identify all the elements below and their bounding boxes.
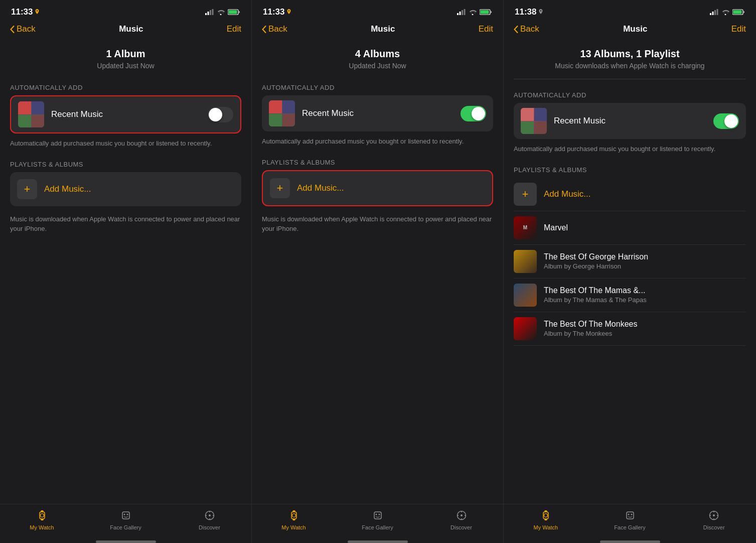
svg-rect-9 <box>41 510 43 512</box>
album-list-item-mamas[interactable]: The Best Of The Mamas &... Album by The … <box>514 279 746 312</box>
recent-music-toggle-3[interactable] <box>713 113 739 129</box>
page-title-1: Music <box>119 24 143 34</box>
recent-music-toggle-1[interactable] <box>208 107 233 122</box>
playlists-label-1: PLAYLISTS & ALBUMS <box>10 161 241 168</box>
svg-rect-10 <box>41 519 43 520</box>
svg-point-53 <box>631 514 632 515</box>
wifi-icon-1 <box>217 9 225 15</box>
tab-face-gallery-1[interactable]: Face Gallery <box>84 508 168 530</box>
tab-face-gallery-label-1: Face Gallery <box>110 524 141 530</box>
location-icon-3 <box>538 9 543 15</box>
tab-discover-2[interactable]: Discover <box>419 508 503 530</box>
recent-music-row-2[interactable]: Recent Music <box>262 95 493 131</box>
album-list-item-marvel[interactable]: M Marvel <box>514 211 746 245</box>
svg-rect-3 <box>212 9 214 15</box>
album-list-item-george[interactable]: The Best Of George Harrison Album by Geo… <box>514 245 746 279</box>
discover-icon-2 <box>455 508 469 522</box>
status-bar-3: 11:38 <box>504 0 756 20</box>
album-count-1: 1 Album Updated Just Now <box>10 40 241 72</box>
discover-svg-2 <box>456 509 468 521</box>
status-time-1: 11:33 <box>11 7 40 17</box>
auto-add-desc-2: Automatically add purchased music you bo… <box>262 137 493 147</box>
tab-face-gallery-label-3: Face Gallery <box>614 524 645 530</box>
george-album-subtitle: Album by George Harrison <box>544 262 648 270</box>
svg-rect-5 <box>239 11 240 13</box>
tab-my-watch-2[interactable]: My Watch <box>252 508 336 530</box>
album-count-sub-1: Updated Just Now <box>10 62 241 70</box>
marvel-album-thumb: M <box>514 216 537 239</box>
svg-point-12 <box>123 514 125 515</box>
svg-point-15 <box>209 514 211 516</box>
face-gallery-icon-3 <box>623 508 637 522</box>
status-icons-1 <box>205 9 240 15</box>
mamas-album-subtitle: Album by The Mamas & The Papas <box>544 296 647 304</box>
discover-svg-3 <box>708 509 720 521</box>
svg-rect-26 <box>481 11 489 14</box>
add-music-row-1[interactable]: + Add Music... <box>10 172 241 206</box>
nav-bar-2: Back Music Edit <box>252 20 503 40</box>
svg-rect-41 <box>712 12 714 15</box>
tab-discover-label-1: Discover <box>199 524 220 530</box>
face-gallery-icon-2 <box>371 508 385 522</box>
tab-face-gallery-3[interactable]: Face Gallery <box>588 508 672 530</box>
album-count-3: 13 Albums, 1 Playlist Music downloads wh… <box>514 40 746 72</box>
edit-button-1[interactable]: Edit <box>227 24 241 34</box>
george-album-thumb <box>514 250 537 273</box>
recent-music-toggle-2[interactable] <box>461 106 486 121</box>
svg-rect-51 <box>627 512 634 519</box>
tab-my-watch-3[interactable]: My Watch <box>504 508 588 530</box>
back-button-3[interactable]: Back <box>514 24 539 34</box>
my-watch-icon-3 <box>539 508 553 522</box>
home-indicator-3 <box>600 540 660 543</box>
bottom-note-2: Music is downloaded when Apple Watch is … <box>262 214 493 234</box>
my-watch-icon-2 <box>287 508 301 522</box>
my-watch-icon-1 <box>35 508 49 522</box>
recent-music-thumb-3 <box>521 108 547 134</box>
edit-button-3[interactable]: Edit <box>731 24 746 34</box>
auto-add-label-2: AUTOMATICALLY ADD <box>262 84 493 91</box>
tab-face-gallery-2[interactable]: Face Gallery <box>336 508 419 530</box>
album-list-item-monkees[interactable]: The Best Of The Monkees Album by The Mon… <box>514 312 746 346</box>
add-music-row-2[interactable]: + Add Music... <box>262 170 493 206</box>
tab-bar-1: My Watch Face Gallery <box>0 504 251 538</box>
status-bar-2: 11:33 <box>252 0 503 20</box>
discover-svg-1 <box>204 509 216 521</box>
plus-icon-3: + <box>514 183 537 206</box>
back-chevron-2 <box>262 26 266 33</box>
album-count-number-1: 1 Album <box>10 48 241 60</box>
recent-music-label-2: Recent Music <box>302 108 453 118</box>
bottom-note-1: Music is downloaded when Apple Watch is … <box>10 214 241 234</box>
back-button-1[interactable]: Back <box>10 24 36 34</box>
watch-svg-3 <box>540 509 552 521</box>
home-indicator-2 <box>348 540 408 543</box>
svg-rect-49 <box>544 510 547 512</box>
recent-music-row-3[interactable]: Recent Music <box>514 103 746 139</box>
add-music-list-item-3[interactable]: + Add Music... <box>514 178 746 211</box>
content-area-1: 1 Album Updated Just Now AUTOMATICALLY A… <box>0 40 251 504</box>
recent-music-row-1[interactable]: Recent Music <box>10 95 241 133</box>
back-button-2[interactable]: Back <box>262 24 287 34</box>
svg-rect-25 <box>491 11 492 13</box>
signal-icon-2 <box>457 9 466 15</box>
discover-icon-3 <box>707 508 721 522</box>
svg-rect-46 <box>733 11 742 14</box>
home-indicator-1 <box>96 540 156 543</box>
content-area-2: 4 Albums Updated Just Now AUTOMATICALLY … <box>252 40 503 504</box>
tab-bar-2: My Watch Face Gallery <box>252 504 503 538</box>
playlists-label-2: PLAYLISTS & ALBUMS <box>262 159 493 166</box>
svg-rect-22 <box>462 10 463 15</box>
svg-point-35 <box>461 514 463 516</box>
tab-discover-3[interactable]: Discover <box>672 508 756 530</box>
svg-point-28 <box>292 514 295 517</box>
auto-add-label-3: AUTOMATICALLY ADD <box>514 91 746 99</box>
svg-rect-45 <box>743 11 744 13</box>
tab-discover-label-3: Discover <box>703 524 725 530</box>
add-music-label-2: Add Music... <box>297 183 344 193</box>
status-icons-3 <box>710 9 745 15</box>
tab-my-watch-1[interactable]: My Watch <box>0 508 84 530</box>
tab-discover-1[interactable]: Discover <box>168 508 251 530</box>
tab-my-watch-label-3: My Watch <box>534 524 558 530</box>
status-time-3: 11:38 <box>515 7 543 17</box>
edit-button-2[interactable]: Edit <box>479 24 493 34</box>
svg-point-13 <box>126 514 128 515</box>
